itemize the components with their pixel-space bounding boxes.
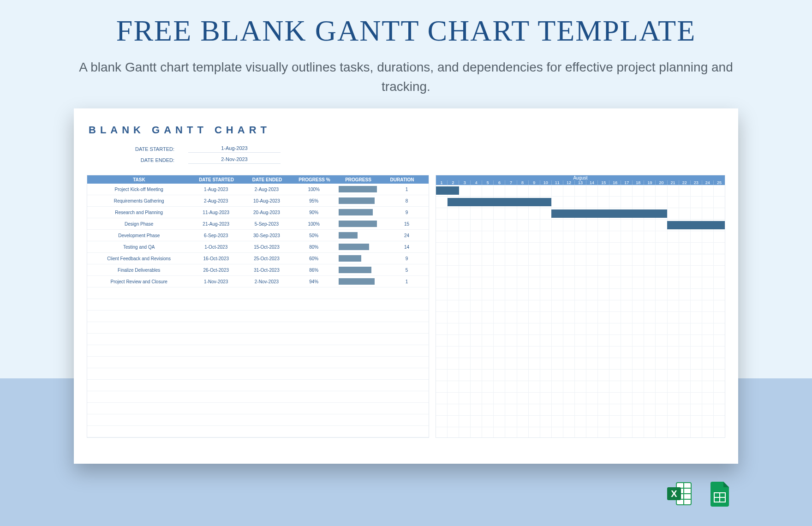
meta-row-ended: DATE ENDED: 2-Nov-2023	[96, 155, 725, 166]
timeline-cell	[597, 289, 609, 300]
timeline-cell	[586, 266, 597, 277]
day-header-cell: 11	[551, 180, 563, 185]
timeline-cell	[436, 300, 447, 311]
timeline-cell	[447, 347, 459, 358]
timeline-cell	[505, 335, 516, 346]
page: FREE BLANK GANTT CHART TEMPLATE A blank …	[0, 0, 812, 526]
timeline-cell	[690, 404, 702, 415]
timeline-cell	[632, 312, 644, 323]
timeline-cell	[702, 289, 713, 300]
timeline-cell	[586, 347, 597, 358]
timeline-cell	[574, 370, 586, 381]
timeline-cell	[551, 416, 563, 427]
timeline-cell	[493, 243, 505, 254]
timeline-cell	[609, 277, 621, 288]
timeline-cell	[609, 393, 621, 404]
timeline-cell	[644, 370, 655, 381]
timeline-cell	[702, 266, 713, 277]
timeline-cell	[690, 358, 702, 369]
timeline-cell	[517, 370, 528, 381]
day-header-cell: 8	[517, 180, 528, 185]
timeline-cell	[447, 416, 459, 427]
timeline-row	[436, 335, 725, 347]
timeline-cell	[528, 404, 540, 415]
timeline-cell	[505, 220, 516, 231]
timeline-cell	[644, 220, 655, 231]
timeline-cell	[540, 243, 551, 254]
timeline-cell	[702, 231, 713, 242]
timeline-cell	[528, 266, 540, 277]
timeline-cell	[563, 277, 574, 288]
timeline-cell	[482, 404, 493, 415]
timeline-cell	[574, 416, 586, 427]
timeline-cell	[609, 416, 621, 427]
cell-progress-bar	[336, 232, 385, 239]
timeline-cell	[447, 277, 459, 288]
timeline-cell	[574, 220, 586, 231]
timeline-cell	[667, 185, 679, 196]
timeline-cell	[540, 381, 551, 392]
timeline-cell	[644, 231, 655, 242]
excel-icon[interactable]: X	[665, 480, 693, 508]
google-sheets-icon[interactable]	[706, 480, 734, 508]
timeline-cell	[540, 416, 551, 427]
timeline-cell	[447, 312, 459, 323]
timeline-cell	[493, 358, 505, 369]
timeline-cell	[667, 243, 679, 254]
timeline-cell	[621, 312, 632, 323]
cell-date-started: 6-Sep-2023	[191, 233, 241, 238]
timeline-cell	[447, 243, 459, 254]
timeline-cell	[517, 220, 528, 231]
timeline-cell	[482, 220, 493, 231]
timeline-cell	[563, 427, 574, 438]
cell-date-ended: 2-Aug-2023	[241, 187, 292, 192]
timeline-cell	[679, 416, 690, 427]
timeline-cell	[574, 277, 586, 288]
timeline-cell	[632, 300, 644, 311]
timeline-cell	[459, 323, 470, 335]
timeline-cell	[690, 370, 702, 381]
timeline-cell	[702, 300, 713, 311]
timeline-cell	[493, 427, 505, 438]
table-row-empty	[87, 380, 429, 391]
timeline-cell	[609, 335, 621, 346]
timeline-cell	[436, 347, 447, 358]
timeline-cell	[655, 358, 667, 369]
timeline-cell	[609, 266, 621, 277]
timeline-cell	[517, 243, 528, 254]
timeline-cell	[655, 312, 667, 323]
timeline-cell	[436, 266, 447, 277]
timeline-cell	[632, 347, 644, 358]
day-header-cell: 24	[702, 180, 713, 185]
timeline-cell	[459, 381, 470, 392]
timeline-cell	[586, 416, 597, 427]
timeline-cell	[667, 300, 679, 311]
timeline-cell	[528, 347, 540, 358]
table-row-empty	[87, 414, 429, 426]
timeline-cell	[655, 254, 667, 265]
timeline-cell	[470, 358, 482, 369]
timeline-cell	[679, 358, 690, 369]
timeline-cell	[528, 312, 540, 323]
timeline-cell	[644, 323, 655, 335]
day-header-cell: 25	[713, 180, 725, 185]
timeline-cell	[563, 347, 574, 358]
timeline-cell	[482, 231, 493, 242]
cell-date-started: 11-Aug-2023	[191, 210, 241, 215]
timeline-cell	[517, 335, 528, 346]
timeline-cell	[517, 277, 528, 288]
timeline-cell	[470, 243, 482, 254]
timeline-cell	[679, 370, 690, 381]
day-header-cell: 1	[436, 180, 447, 185]
timeline-cell	[597, 312, 609, 323]
timeline-row	[436, 300, 725, 312]
day-header-cell: 4	[470, 180, 482, 185]
timeline-cell	[690, 185, 702, 196]
timeline-cell	[436, 323, 447, 335]
timeline-cell	[540, 289, 551, 300]
timeline-cell	[540, 185, 551, 196]
timeline-cell	[551, 220, 563, 231]
table-row: Project Kick-off Meeting1-Aug-20232-Aug-…	[87, 184, 429, 195]
timeline-cell	[436, 220, 447, 231]
timeline-cell	[713, 370, 725, 381]
